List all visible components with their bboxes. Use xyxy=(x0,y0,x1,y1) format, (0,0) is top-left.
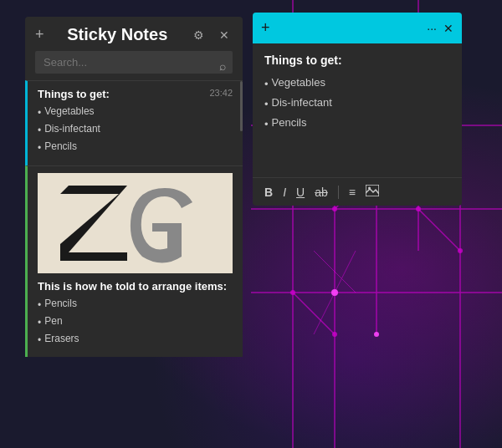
bold-button[interactable]: B xyxy=(264,186,273,199)
note-2-bullet-1: • Pencils xyxy=(38,296,233,313)
bullet-dot: • xyxy=(38,123,41,139)
note-window-close-button[interactable]: ✕ xyxy=(443,22,453,35)
note-card-2[interactable]: 21:02 This is how he told to arrange ite… xyxy=(25,165,243,358)
header-actions: ⚙ ✕ xyxy=(191,27,233,43)
note-1-bullet-1: • Vegetables xyxy=(38,104,233,121)
note-2-bullet-2: • Pen xyxy=(38,313,233,331)
note-1-item-3: Pencils xyxy=(44,139,77,155)
bullet-dot: • xyxy=(38,315,41,331)
note-1-title: Things to get: xyxy=(38,88,233,100)
bullet-dot: • xyxy=(38,298,41,313)
note-2-bullet-3: • Erasers xyxy=(38,331,233,349)
bullet-dot: • xyxy=(38,140,41,156)
svg-point-22 xyxy=(332,332,337,337)
italic-button[interactable]: I xyxy=(283,186,286,199)
search-container: ⌕ xyxy=(25,51,243,80)
search-icon: ⌕ xyxy=(219,59,226,73)
svg-point-21 xyxy=(290,290,295,295)
note-2-item-1: Pencils xyxy=(44,296,77,312)
toolbar-divider xyxy=(338,186,339,199)
image-button[interactable] xyxy=(366,185,379,199)
scroll-indicator xyxy=(240,81,243,131)
note-window-toolbar: B I U ab ≡ xyxy=(253,177,462,206)
note-window-title: Things to get: xyxy=(264,53,450,67)
search-input[interactable] xyxy=(35,51,233,74)
note-1-item-1: Vegetables xyxy=(44,104,94,120)
svg-point-19 xyxy=(416,206,421,211)
bullet-dot: • xyxy=(38,105,41,121)
add-note-icon[interactable]: + xyxy=(35,26,44,43)
settings-button[interactable]: ⚙ xyxy=(191,27,207,43)
note-1-bullet-2: • Dis-infectant xyxy=(38,121,233,139)
note-1-item-2: Dis-infectant xyxy=(44,121,100,137)
bullet-dot: • xyxy=(264,115,269,134)
note-2-item-3: Erasers xyxy=(44,331,79,347)
svg-point-26 xyxy=(331,289,338,296)
svg-point-20 xyxy=(458,248,463,253)
note-1-time: 23:42 xyxy=(209,88,233,98)
list-button[interactable]: ≡ xyxy=(349,186,356,199)
bullet-dot: • xyxy=(38,333,41,349)
note-1-content: • Vegetables • Dis-infectant • Pencils xyxy=(38,104,233,157)
bullet-dot: • xyxy=(264,95,269,114)
panel-header: + Sticky Notes ⚙ ✕ xyxy=(25,17,243,51)
window-bullet-1: • Vegetables xyxy=(264,74,450,94)
window-item-3: Pencils xyxy=(272,114,307,132)
note-2-item-2: Pen xyxy=(44,313,62,329)
note-window-body: Things to get: • Vegetables • Dis-infect… xyxy=(253,43,462,177)
note-2-image xyxy=(38,173,233,273)
note-window: + ··· ✕ Things to get: • Vegetables • Di… xyxy=(253,13,462,206)
note-1-bullet-3: • Pencils xyxy=(38,139,233,156)
svg-point-16 xyxy=(332,206,337,211)
note-2-title: This is how he told to arrange items: xyxy=(38,280,233,293)
note-window-header: + ··· ✕ xyxy=(253,13,462,43)
window-item-1: Vegetables xyxy=(272,74,325,92)
underline-button[interactable]: U xyxy=(296,186,305,199)
sticky-notes-panel: + Sticky Notes ⚙ ✕ ⌕ 23:42 Things to get… xyxy=(25,17,243,357)
close-button[interactable]: ✕ xyxy=(216,27,233,43)
svg-line-12 xyxy=(293,293,335,334)
note-window-content: • Vegetables • Dis-infectant • Pencils xyxy=(264,74,450,134)
note-card-1[interactable]: 23:42 Things to get: • Vegetables • Dis-… xyxy=(25,80,243,165)
note-window-add-button[interactable]: + xyxy=(261,19,270,37)
window-item-2: Dis-infectant xyxy=(272,94,332,112)
strikethrough-button[interactable]: ab xyxy=(315,186,328,199)
window-bullet-3: • Pencils xyxy=(264,114,450,134)
image-icon xyxy=(366,185,379,196)
panel-title: Sticky Notes xyxy=(67,25,167,44)
window-bullet-2: • Dis-infectant xyxy=(264,94,450,114)
bullet-dot: • xyxy=(264,75,269,94)
note-window-more-button[interactable]: ··· xyxy=(427,22,437,35)
note-2-content: • Pencils • Pen • Erasers xyxy=(38,296,233,349)
svg-line-11 xyxy=(418,209,460,251)
svg-point-28 xyxy=(374,332,379,337)
note-window-controls: ··· ✕ xyxy=(427,22,453,35)
